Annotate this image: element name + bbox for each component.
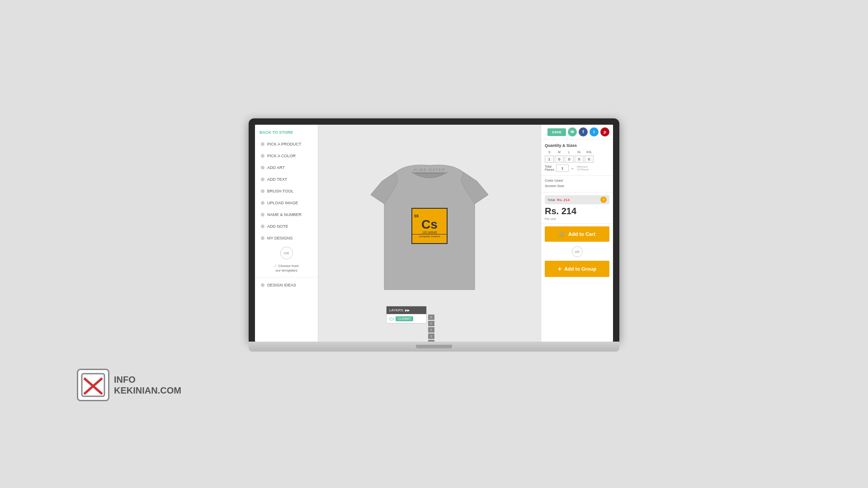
- size-input-xl[interactable]: [575, 155, 584, 163]
- total-pieces-label: TotalPieces: [545, 165, 554, 171]
- total-price-value: Rs. 214: [557, 198, 570, 202]
- sidebar-item-pick-color[interactable]: PICK A COLOR: [255, 150, 318, 162]
- size-labels-row: S M L XL XXL: [545, 150, 609, 154]
- size-input-xxl[interactable]: [585, 155, 594, 163]
- total-price-badge: Total Rs. 214 ?: [545, 195, 609, 204]
- size-label-xl: XL: [575, 150, 584, 154]
- sidebar-item-name-number[interactable]: NAME & NUMBER: [255, 209, 318, 221]
- size-input-m[interactable]: [555, 155, 564, 163]
- layer-ctrl-1[interactable]: ≡: [428, 314, 434, 320]
- qty-section-title: Quantity & Sizes: [545, 143, 609, 148]
- save-button[interactable]: SAVE: [547, 128, 566, 136]
- plus-icon: +: [558, 265, 561, 272]
- add-to-cart-button[interactable]: 🛒 Add to Cart: [545, 226, 609, 242]
- layer-ctrl-4[interactable]: ≡: [428, 333, 434, 339]
- min-pieces-label: Minimum10 Pieces: [577, 165, 589, 171]
- main-canvas: ALMA MATER www.almamaterstore.in 55 Cs 1…: [318, 125, 541, 342]
- sidebar-item-my-designs[interactable]: MY DESIGNS: [255, 232, 318, 244]
- element-symbol: Cs: [421, 218, 438, 231]
- layer-ctrl-3[interactable]: ≡: [428, 327, 434, 333]
- element-number: 55: [412, 214, 419, 218]
- visibility-icon[interactable]: [389, 318, 394, 320]
- sidebar-or-badge: OR: [280, 247, 293, 259]
- pinterest-share-button[interactable]: p: [600, 127, 609, 136]
- tshirt-preview: ALMA MATER www.almamaterstore.in 55 Cs 1…: [362, 159, 497, 308]
- cart-icon: 🛒: [559, 231, 566, 237]
- price-section: Total Rs. 214 ? Rs. 214 Per unit: [541, 192, 613, 224]
- total-pieces-input[interactable]: [556, 164, 569, 172]
- watermark: INFOKEKINIAN.COM: [77, 369, 181, 401]
- per-unit-label: Per unit: [545, 217, 609, 221]
- color-used-label: Color Used: [545, 178, 609, 183]
- facebook-share-button[interactable]: f: [579, 127, 588, 136]
- sidebar-item-pick-product[interactable]: PICK A PRODUCT: [255, 138, 318, 150]
- big-price: Rs. 214: [545, 206, 609, 216]
- size-input-s[interactable]: [545, 155, 554, 163]
- element-badge[interactable]: 55 Cs 132.90545 computer science: [411, 208, 448, 244]
- size-label-s: S: [545, 150, 554, 154]
- watermark-text: INFOKEKINIAN.COM: [114, 374, 181, 396]
- layers-header: LAYERS ▶▶: [387, 306, 426, 314]
- sidebar-item-upload-image[interactable]: UPLOAD IMAGE: [255, 197, 318, 209]
- sidebar-item-add-text[interactable]: ADD TEXT: [255, 174, 318, 185]
- size-input-l[interactable]: [565, 155, 574, 163]
- or-badge: OR: [572, 246, 583, 257]
- top-bar: SAVE ✉ f t p: [541, 125, 613, 140]
- total-label: Total: [547, 198, 555, 202]
- sidebar-item-add-art[interactable]: ADD ART: [255, 162, 318, 174]
- size-inputs-row: [545, 155, 609, 163]
- screen-size-label: Screen Size: [545, 184, 609, 188]
- email-share-button[interactable]: ✉: [568, 127, 577, 136]
- sidebar-item-brush-tool[interactable]: BRUSH TOOL: [255, 185, 318, 197]
- arrow-icon: ←: [571, 166, 575, 171]
- sidebar: BACK TO STORE PICK A PRODUCT PICK A COLO…: [255, 125, 318, 342]
- right-panel: SAVE ✉ f t p Quantity & Sizes S M: [541, 125, 613, 342]
- twitter-share-button[interactable]: t: [590, 127, 599, 136]
- info-section: Color Used Screen Size: [541, 176, 613, 192]
- total-pieces-row: TotalPieces ← Minimum10 Pieces: [545, 164, 609, 172]
- or-section: OR: [541, 244, 613, 259]
- back-to-store-link[interactable]: BACK TO STORE: [255, 128, 318, 138]
- help-icon[interactable]: ?: [600, 197, 607, 203]
- sidebar-item-add-note[interactable]: ADD NOTE: [255, 221, 318, 232]
- watermark-logo: [77, 369, 109, 401]
- layers-panel: LAYERS ▶▶ CLIPART ≡ ≡ ≡ ≡: [386, 306, 427, 324]
- size-label-m: M: [555, 150, 564, 154]
- layer-controls: ≡ ≡ ≡ ≡ ≡: [428, 314, 434, 342]
- element-mass: 132.90545: [422, 231, 437, 234]
- layer-ctrl-5[interactable]: ≡: [428, 340, 434, 342]
- layers-item-clipart[interactable]: CLIPART ≡ ≡ ≡ ≡ ≡: [387, 314, 426, 323]
- layer-ctrl-2[interactable]: ≡: [428, 321, 434, 326]
- quantity-section: Quantity & Sizes S M L XL XXL: [541, 140, 613, 176]
- add-to-group-button[interactable]: + Add to Group: [545, 261, 609, 277]
- element-name: computer science: [412, 234, 447, 238]
- size-label-xxl: XXL: [585, 150, 594, 154]
- size-label-l: L: [565, 150, 574, 154]
- choose-templates-text: ✓ Choose fromour templates: [255, 262, 318, 275]
- sidebar-item-design-ideas[interactable]: DESIGN IDEAS: [255, 279, 318, 291]
